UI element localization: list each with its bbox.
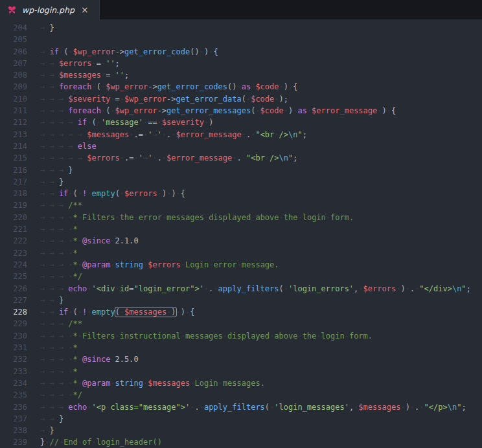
code-token: @since [82,355,110,364]
tab-whitespace-mark: → [49,140,58,152]
line-number[interactable]: 226 [0,283,27,295]
code-line[interactable]: →→→·*/ [40,389,482,401]
code-token: ·Login·error·message. [181,260,279,269]
code-token: $errors [363,284,396,293]
code-line[interactable]: }·//·End·of·login_header() [40,436,482,448]
code-token: ·*· [68,236,82,245]
line-number[interactable]: 215 [0,152,27,164]
code-line[interactable]: →→→→if·(·'message'·==·$severity·) [40,117,482,128]
code-editor[interactable]: 2042052062072082092102112122132142152162… [0,19,482,448]
code-line[interactable]: →} [40,425,482,436]
tab-whitespace-mark: → [40,389,49,401]
code-token: get_error_codes [157,82,227,91]
code-line[interactable]: →→$errors·=·''; [40,58,482,69]
code-token: apply_filters [218,284,279,293]
line-number[interactable]: 232 [0,353,27,365]
line-number[interactable]: 217 [0,176,27,188]
code-line[interactable]: →→→→→$errors·.=·'→'·.·$error_message·.·"… [40,152,482,164]
code-token: "</p> [424,403,448,412]
code-line[interactable] [40,34,482,45]
line-number[interactable]: 204 [0,22,27,34]
tab-wp-login[interactable]: wp-login.php × [0,0,100,19]
code-line[interactable]: →→} [40,295,482,306]
tab-whitespace-mark: → [49,366,58,377]
line-number[interactable]: 219 [0,199,27,211]
line-number[interactable]: 229 [0,318,27,330]
line-number[interactable]: 214 [0,140,27,152]
code-line[interactable]: →→→·* [40,247,482,259]
tab-whitespace-mark: → [49,117,58,128]
line-number[interactable]: 211 [0,105,27,117]
code-line[interactable]: →→→·*·@param·string·$messages·Login·mess… [40,377,482,389]
code-line[interactable]: →→$messages·=·''; [40,69,482,81]
line-number[interactable]: 216 [0,164,27,176]
code-token: ; [124,71,129,80]
code-line[interactable]: →→→echo·'<p·class="message">'·.·apply_fi… [40,401,482,413]
code-line[interactable]: →} [40,22,482,34]
line-number[interactable]: 212 [0,117,27,128]
line-number[interactable]: 208 [0,69,27,81]
tab-whitespace-mark: → [40,247,49,259]
code-line[interactable]: →→→$severity·=·$wp_error->get_error_data… [40,93,482,105]
code-line[interactable]: →→→/** [40,318,482,330]
code-line[interactable]: →→→·* [40,342,482,353]
line-number[interactable]: 223 [0,247,27,259]
code-line[interactable]: →→→·* [40,223,482,235]
code-line[interactable]: →→→·*/ [40,271,482,282]
code-line[interactable]: →→→→→$messages·.=·'→'·.·$error_message·.… [40,129,482,140]
code-token: ()·)·{ [190,47,218,56]
line-number[interactable]: 236 [0,401,27,413]
line-number[interactable]: 220 [0,212,27,223]
line-number[interactable]: 207 [0,58,27,69]
code-token: ·.· [190,403,204,412]
line-number[interactable]: 224 [0,259,27,271]
line-number[interactable]: 225 [0,271,27,282]
line-number[interactable]: 221 [0,223,27,235]
line-number[interactable]: 238 [0,425,27,436]
code-token: foreach [59,82,92,91]
code-line[interactable]: →→→·*·Filters·the·error·messages·display… [40,212,482,223]
line-number[interactable]: 231 [0,342,27,353]
line-number[interactable]: 218 [0,188,27,199]
code-line[interactable]: →→→/** [40,199,482,211]
line-number[interactable]: 213 [0,129,27,140]
line-number[interactable]: 233 [0,366,27,377]
line-number[interactable]: 235 [0,389,27,401]
code-line[interactable]: →→→echo·'<div·id="login_error">'·.·apply… [40,283,482,295]
tab-close-icon[interactable]: × [81,5,89,14]
line-number[interactable]: 205 [0,34,27,45]
code-token: ; [466,284,471,293]
line-number[interactable]: 239 [0,436,27,448]
code-line[interactable]: →→→·*·@since·2.5.0 [40,353,482,365]
line-number[interactable]: 209 [0,81,27,93]
tab-whitespace-mark: → [40,330,49,342]
line-number[interactable]: 210 [0,93,27,105]
code-line[interactable]: →→→·*·@since·2.1.0 [40,235,482,247]
code-line[interactable]: →→→·* [40,366,482,377]
line-number[interactable]: 228 [0,306,27,318]
code-line[interactable]: →→} [40,176,482,188]
line-number[interactable]: 227 [0,295,27,306]
code-line[interactable]: →→→} [40,164,482,176]
code-token: if [59,308,68,317]
line-number[interactable]: 222 [0,235,27,247]
code-line[interactable]: →if·(·$wp_error->get_error_code()·)·{ [40,46,482,58]
code-token: '<div·id="login_error">' [91,284,203,293]
line-number[interactable]: 237 [0,413,27,425]
code-line[interactable]: →→→foreach·(·$wp_error->get_error_messag… [40,105,482,117]
tab-whitespace-mark: → [59,271,68,282]
code-line[interactable]: →→→·*·Filters·instructional·messages·dis… [40,330,482,342]
code-line[interactable]: →→→·*·@param·string·$errors·Login·error·… [40,259,482,271]
code-line[interactable]: →→foreach·(·$wp_error->get_error_codes()… [40,81,482,93]
line-number[interactable]: 234 [0,377,27,389]
line-number[interactable]: 206 [0,46,27,58]
line-number[interactable]: 230 [0,330,27,342]
tab-whitespace-mark: → [49,93,58,105]
tab-whitespace-mark: → [59,259,68,271]
code-token: · [110,236,115,245]
tab-whitespace-mark: → [59,377,68,389]
code-line[interactable]: →→if·(·!·empty(·$messages·)·)·{ [40,306,482,318]
code-line[interactable]: →→} [40,413,482,425]
code-line[interactable]: →→→→else [40,140,482,152]
code-line[interactable]: →→if·(·!·empty(·$errors·)·)·{ [40,188,482,199]
